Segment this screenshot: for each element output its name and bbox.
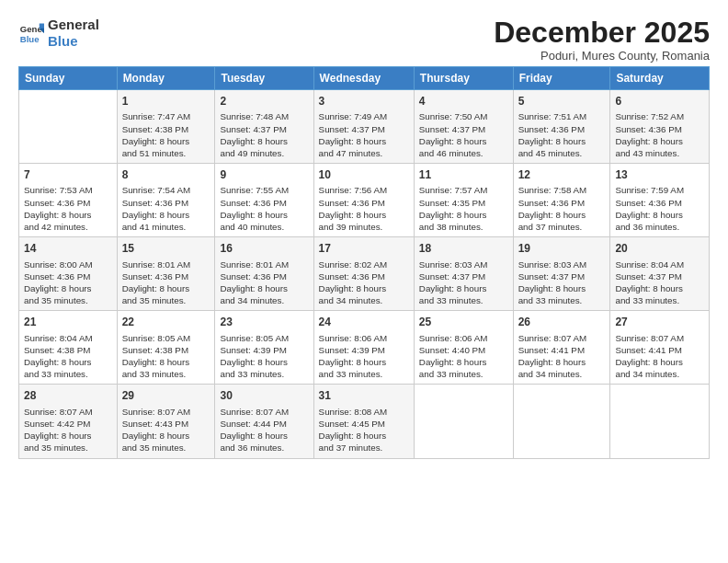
day-info: Sunrise: 8:04 AM Sunset: 4:37 PM Dayligh… bbox=[615, 259, 704, 307]
day-number: 1 bbox=[122, 94, 210, 109]
day-number: 29 bbox=[122, 388, 210, 403]
day-number: 3 bbox=[319, 94, 409, 109]
day-cell bbox=[19, 90, 118, 164]
day-cell bbox=[513, 385, 610, 458]
day-cell: 31Sunrise: 8:08 AM Sunset: 4:45 PM Dayli… bbox=[313, 385, 414, 458]
day-cell: 3Sunrise: 7:49 AM Sunset: 4:37 PM Daylig… bbox=[313, 90, 414, 164]
day-number: 20 bbox=[615, 241, 704, 256]
day-cell: 29Sunrise: 8:07 AM Sunset: 4:43 PM Dayli… bbox=[117, 385, 215, 458]
day-info: Sunrise: 7:52 AM Sunset: 4:36 PM Dayligh… bbox=[615, 110, 704, 159]
day-header-saturday: Saturday bbox=[610, 67, 710, 90]
logo-blue: Blue bbox=[48, 33, 78, 49]
day-number: 24 bbox=[319, 315, 409, 329]
day-header-wednesday: Wednesday bbox=[313, 67, 414, 90]
day-info: Sunrise: 8:05 AM Sunset: 4:39 PM Dayligh… bbox=[220, 332, 308, 381]
day-cell: 25Sunrise: 8:06 AM Sunset: 4:40 PM Dayli… bbox=[414, 311, 513, 385]
logo: General Blue General Blue bbox=[18, 17, 99, 49]
day-cell: 19Sunrise: 8:03 AM Sunset: 4:37 PM Dayli… bbox=[513, 237, 610, 311]
day-number: 2 bbox=[220, 94, 308, 109]
day-info: Sunrise: 7:59 AM Sunset: 4:36 PM Dayligh… bbox=[615, 184, 704, 233]
day-number: 8 bbox=[122, 167, 210, 182]
day-info: Sunrise: 8:02 AM Sunset: 4:36 PM Dayligh… bbox=[319, 259, 409, 307]
day-number: 28 bbox=[24, 388, 112, 403]
day-number: 17 bbox=[319, 241, 409, 256]
day-info: Sunrise: 7:58 AM Sunset: 4:36 PM Dayligh… bbox=[518, 184, 606, 233]
day-info: Sunrise: 8:06 AM Sunset: 4:39 PM Dayligh… bbox=[319, 332, 409, 381]
logo-icon: General Blue bbox=[18, 20, 44, 46]
page-container: General Blue General Blue December 2025 … bbox=[0, 0, 728, 468]
week-row-3: 14Sunrise: 8:00 AM Sunset: 4:36 PM Dayli… bbox=[19, 237, 710, 311]
day-number: 18 bbox=[419, 241, 508, 256]
week-row-1: 1Sunrise: 7:47 AM Sunset: 4:38 PM Daylig… bbox=[19, 90, 710, 164]
month-title: December 2025 bbox=[494, 17, 710, 49]
day-info: Sunrise: 7:54 AM Sunset: 4:36 PM Dayligh… bbox=[122, 184, 210, 233]
day-number: 25 bbox=[419, 315, 508, 329]
day-header-sunday: Sunday bbox=[19, 67, 118, 90]
header: General Blue General Blue December 2025 … bbox=[18, 17, 710, 63]
calendar-table: SundayMondayTuesdayWednesdayThursdayFrid… bbox=[18, 66, 710, 458]
day-info: Sunrise: 7:51 AM Sunset: 4:36 PM Dayligh… bbox=[518, 110, 606, 159]
day-number: 14 bbox=[24, 241, 112, 256]
day-number: 27 bbox=[615, 315, 704, 329]
day-cell: 6Sunrise: 7:52 AM Sunset: 4:36 PM Daylig… bbox=[610, 90, 710, 164]
day-number: 12 bbox=[518, 167, 606, 182]
day-number: 10 bbox=[319, 167, 409, 182]
day-cell: 7Sunrise: 7:53 AM Sunset: 4:36 PM Daylig… bbox=[19, 164, 118, 237]
day-cell: 1Sunrise: 7:47 AM Sunset: 4:38 PM Daylig… bbox=[117, 90, 215, 164]
day-number: 19 bbox=[518, 241, 606, 256]
day-cell: 28Sunrise: 8:07 AM Sunset: 4:42 PM Dayli… bbox=[19, 385, 118, 458]
day-info: Sunrise: 7:48 AM Sunset: 4:37 PM Dayligh… bbox=[220, 110, 308, 159]
day-cell: 16Sunrise: 8:01 AM Sunset: 4:36 PM Dayli… bbox=[215, 237, 313, 311]
day-number: 6 bbox=[615, 94, 704, 109]
day-info: Sunrise: 8:06 AM Sunset: 4:40 PM Dayligh… bbox=[419, 332, 508, 381]
day-info: Sunrise: 7:49 AM Sunset: 4:37 PM Dayligh… bbox=[319, 110, 409, 159]
day-cell: 27Sunrise: 8:07 AM Sunset: 4:41 PM Dayli… bbox=[610, 311, 710, 385]
day-info: Sunrise: 8:07 AM Sunset: 4:44 PM Dayligh… bbox=[220, 406, 308, 454]
day-number: 13 bbox=[615, 167, 704, 182]
day-header-friday: Friday bbox=[513, 67, 610, 90]
logo-text: General Blue bbox=[48, 17, 99, 49]
day-number: 21 bbox=[24, 315, 112, 329]
day-info: Sunrise: 8:03 AM Sunset: 4:37 PM Dayligh… bbox=[518, 259, 606, 307]
day-info: Sunrise: 7:50 AM Sunset: 4:37 PM Dayligh… bbox=[419, 110, 508, 159]
days-header-row: SundayMondayTuesdayWednesdayThursdayFrid… bbox=[19, 67, 710, 90]
day-info: Sunrise: 8:07 AM Sunset: 4:41 PM Dayligh… bbox=[518, 332, 606, 381]
svg-text:Blue: Blue bbox=[20, 33, 40, 43]
day-info: Sunrise: 8:07 AM Sunset: 4:42 PM Dayligh… bbox=[24, 406, 112, 454]
day-cell: 20Sunrise: 8:04 AM Sunset: 4:37 PM Dayli… bbox=[610, 237, 710, 311]
day-info: Sunrise: 8:08 AM Sunset: 4:45 PM Dayligh… bbox=[319, 406, 409, 454]
day-info: Sunrise: 7:53 AM Sunset: 4:36 PM Dayligh… bbox=[24, 184, 112, 233]
day-cell: 14Sunrise: 8:00 AM Sunset: 4:36 PM Dayli… bbox=[19, 237, 118, 311]
day-header-monday: Monday bbox=[117, 67, 215, 90]
day-number: 4 bbox=[419, 94, 508, 109]
day-cell: 26Sunrise: 8:07 AM Sunset: 4:41 PM Dayli… bbox=[513, 311, 610, 385]
day-cell: 18Sunrise: 8:03 AM Sunset: 4:37 PM Dayli… bbox=[414, 237, 513, 311]
day-info: Sunrise: 8:05 AM Sunset: 4:38 PM Dayligh… bbox=[122, 332, 210, 381]
day-cell bbox=[610, 385, 710, 458]
day-info: Sunrise: 8:03 AM Sunset: 4:37 PM Dayligh… bbox=[419, 259, 508, 307]
day-number: 9 bbox=[220, 167, 308, 182]
day-info: Sunrise: 8:01 AM Sunset: 4:36 PM Dayligh… bbox=[220, 259, 308, 307]
day-cell: 11Sunrise: 7:57 AM Sunset: 4:35 PM Dayli… bbox=[414, 164, 513, 237]
day-number: 31 bbox=[319, 388, 409, 403]
week-row-5: 28Sunrise: 8:07 AM Sunset: 4:42 PM Dayli… bbox=[19, 385, 710, 458]
day-cell: 5Sunrise: 7:51 AM Sunset: 4:36 PM Daylig… bbox=[513, 90, 610, 164]
day-cell: 15Sunrise: 8:01 AM Sunset: 4:36 PM Dayli… bbox=[117, 237, 215, 311]
day-number: 30 bbox=[220, 388, 308, 403]
day-header-thursday: Thursday bbox=[414, 67, 513, 90]
title-block: December 2025 Poduri, Mures County, Roma… bbox=[494, 17, 710, 63]
day-cell: 21Sunrise: 8:04 AM Sunset: 4:38 PM Dayli… bbox=[19, 311, 118, 385]
day-cell: 4Sunrise: 7:50 AM Sunset: 4:37 PM Daylig… bbox=[414, 90, 513, 164]
day-number: 23 bbox=[220, 315, 308, 329]
day-info: Sunrise: 8:01 AM Sunset: 4:36 PM Dayligh… bbox=[122, 259, 210, 307]
day-cell: 23Sunrise: 8:05 AM Sunset: 4:39 PM Dayli… bbox=[215, 311, 313, 385]
day-number: 11 bbox=[419, 167, 508, 182]
day-info: Sunrise: 8:07 AM Sunset: 4:43 PM Dayligh… bbox=[122, 406, 210, 454]
day-info: Sunrise: 8:00 AM Sunset: 4:36 PM Dayligh… bbox=[24, 259, 112, 307]
week-row-4: 21Sunrise: 8:04 AM Sunset: 4:38 PM Dayli… bbox=[19, 311, 710, 385]
location-subtitle: Poduri, Mures County, Romania bbox=[494, 49, 710, 63]
day-cell: 12Sunrise: 7:58 AM Sunset: 4:36 PM Dayli… bbox=[513, 164, 610, 237]
day-number: 15 bbox=[122, 241, 210, 256]
day-number: 5 bbox=[518, 94, 606, 109]
logo-general: General bbox=[48, 17, 99, 32]
